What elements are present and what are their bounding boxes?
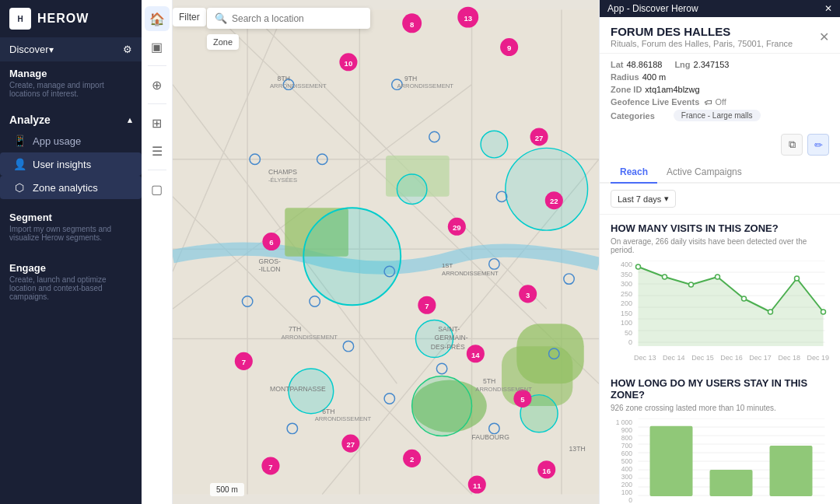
svg-text:ARRONDISSEMENT: ARRONDISSEMENT	[475, 386, 532, 393]
map-area[interactable]: Filter 🔍 Zone	[173, 0, 599, 504]
svg-point-118	[795, 276, 800, 281]
tab-active-campaigns[interactable]: Active Campaigns	[657, 160, 751, 184]
discover-chevron-icon: ▾	[49, 44, 54, 55]
analyze-group[interactable]: Analyze ▴	[0, 106, 142, 129]
svg-point-115	[716, 275, 720, 279]
visit-line-chart: 400350300250200150100500	[611, 261, 829, 362]
panel-title: FORUM DES HALLES	[611, 25, 793, 38]
toolbar: 🏠 ▣ ⊕ ⊞ ☰ ▢	[142, 0, 173, 504]
search-input[interactable]	[232, 13, 362, 24]
visit-chart-section: HOW MANY VISITS IN THIS ZONE? On average…	[600, 215, 840, 366]
svg-text:3: 3	[526, 291, 530, 299]
app-header-label: App - Discover Herow	[607, 3, 698, 14]
svg-text:ARRONDISSEMENT: ARRONDISSEMENT	[442, 270, 499, 277]
close-icon[interactable]: ✕	[824, 3, 832, 14]
sidebar-item-label: App usage	[33, 135, 81, 147]
engage-section: Engage Create, launch and optimize locat…	[0, 256, 142, 309]
manage-desc: Create, manage and import locations of i…	[9, 81, 132, 98]
svg-text:7: 7	[425, 302, 429, 310]
sidebar: H HEROW Discover ▾ ⚙ Manage Create, mana…	[0, 0, 142, 504]
svg-text:-ÉLYSÉES: -ÉLYSÉES	[268, 177, 297, 184]
date-range-select[interactable]: Last 7 days ▾	[611, 190, 676, 208]
discover-label: Discover	[9, 44, 49, 55]
svg-text:27: 27	[535, 134, 544, 142]
panel-header: FORUM DES HALLES Rituals, Forum des Hall…	[600, 17, 840, 54]
svg-text:13: 13	[464, 14, 472, 23]
settings-icon[interactable]: ⚙	[123, 44, 132, 55]
stay-y-labels: 1 0009008007006005004003002001000	[611, 418, 632, 504]
svg-point-116	[742, 296, 747, 301]
right-panel: App - Discover Herow ✕ FORUM DES HALLES …	[599, 0, 840, 504]
panel-tabs: Reach Active Campaigns	[600, 160, 840, 184]
sidebar-item-user-insights[interactable]: 👤 User insights	[0, 152, 142, 176]
engage-desc: Create, launch and optimize location and…	[9, 275, 132, 301]
svg-text:ARRONDISSEMENT: ARRONDISSEMENT	[281, 334, 338, 341]
svg-text:22: 22	[550, 197, 558, 205]
svg-text:8TH: 8TH	[278, 75, 290, 82]
app-usage-icon: 📱	[12, 135, 26, 147]
panel-subtitle: Rituals, Forum des Halles, Paris, 75001,…	[611, 39, 793, 48]
map-svg[interactable]: 13 8 9 10 6 29 22 27 3 7 14 5 7 27 2 7 1…	[173, 0, 599, 504]
category-badge: France - Large malls	[674, 110, 761, 121]
zone-analytics-icon: ⬡	[12, 181, 26, 194]
svg-text:27: 27	[346, 440, 355, 449]
segment-title: Segment	[9, 212, 132, 223]
panel-meta: Lat48.86188 Lng2.347153 Radius400 m Zone…	[600, 54, 840, 131]
svg-point-27	[412, 376, 472, 436]
edit-btn[interactable]: ✏	[807, 134, 829, 156]
svg-text:MONTPARNASSE: MONTPARNASSE	[270, 385, 326, 393]
svg-text:ARRONDISSEMENT: ARRONDISSEMENT	[270, 82, 327, 89]
square-toolbar-btn[interactable]: ▢	[145, 177, 170, 201]
svg-text:13TH: 13TH	[569, 445, 586, 453]
svg-text:DES-PRÉS: DES-PRÉS	[431, 343, 465, 351]
svg-text:CHAMPS: CHAMPS	[268, 168, 297, 176]
svg-point-114	[689, 282, 694, 287]
svg-text:11: 11	[473, 481, 481, 490]
panel-date-select: Last 7 days ▾	[600, 184, 840, 215]
svg-point-113	[663, 275, 667, 279]
svg-text:9: 9	[507, 44, 511, 52]
svg-text:5: 5	[520, 395, 525, 404]
sidebar-item-app-usage[interactable]: 📱 App usage	[0, 129, 142, 152]
svg-text:6: 6	[269, 238, 273, 247]
svg-text:6TH: 6TH	[322, 408, 334, 415]
zone-label: Zone	[207, 34, 239, 50]
svg-text:-ILLON: -ILLON	[259, 265, 281, 273]
svg-text:2: 2	[410, 455, 414, 464]
svg-point-21	[506, 148, 588, 230]
home-toolbar-btn[interactable]: 🏠	[145, 6, 170, 31]
chevron-down-icon: ▾	[664, 194, 669, 204]
copy-btn[interactable]: ⧉	[781, 134, 803, 156]
svg-text:7: 7	[242, 358, 246, 366]
svg-point-117	[768, 310, 773, 314]
tab-reach[interactable]: Reach	[611, 160, 657, 184]
analyze-chevron-icon: ▴	[128, 115, 132, 125]
grid-toolbar-btn[interactable]: ⊞	[145, 110, 170, 135]
map-filter-label[interactable]: Filter	[173, 8, 206, 26]
svg-point-24	[481, 131, 508, 158]
sidebar-item-zone-analytics[interactable]: ⬡ Zone analytics	[0, 176, 142, 199]
panel-close-btn[interactable]: ✕	[819, 30, 829, 44]
svg-text:ARRONDISSEMENT: ARRONDISSEMENT	[397, 82, 453, 89]
logo-text: HEROW	[37, 12, 89, 26]
svg-rect-131	[710, 470, 753, 496]
visit-chart-subtitle: On average, 266 daily visits have been d…	[611, 237, 829, 254]
svg-point-20	[303, 208, 401, 305]
svg-text:GROS-: GROS-	[259, 257, 281, 265]
logo-icon: H	[9, 8, 31, 30]
svg-text:1ST: 1ST	[442, 262, 453, 269]
stay-chart-title: HOW LONG DO MY USERS STAY IN THIS ZONE?	[611, 377, 829, 401]
svg-text:GERMAIN-: GERMAIN-	[434, 334, 467, 341]
panel-actions: ⧉ ✏	[600, 131, 840, 160]
app-header: App - Discover Herow ✕	[600, 0, 840, 17]
list-toolbar-btn[interactable]: ☰	[145, 138, 170, 163]
svg-rect-132	[770, 446, 813, 496]
visit-chart-body	[634, 261, 829, 346]
toolbar-divider-3	[148, 170, 166, 170]
stay-chart-subtitle: 926 zone crossing lasted more than 10 mi…	[611, 404, 829, 412]
svg-text:14: 14	[471, 351, 480, 359]
target-toolbar-btn[interactable]: ⊕	[145, 72, 170, 97]
layers-toolbar-btn[interactable]: ▣	[145, 34, 170, 59]
discover-bar[interactable]: Discover ▾ ⚙	[0, 37, 142, 61]
svg-text:16: 16	[542, 467, 551, 475]
